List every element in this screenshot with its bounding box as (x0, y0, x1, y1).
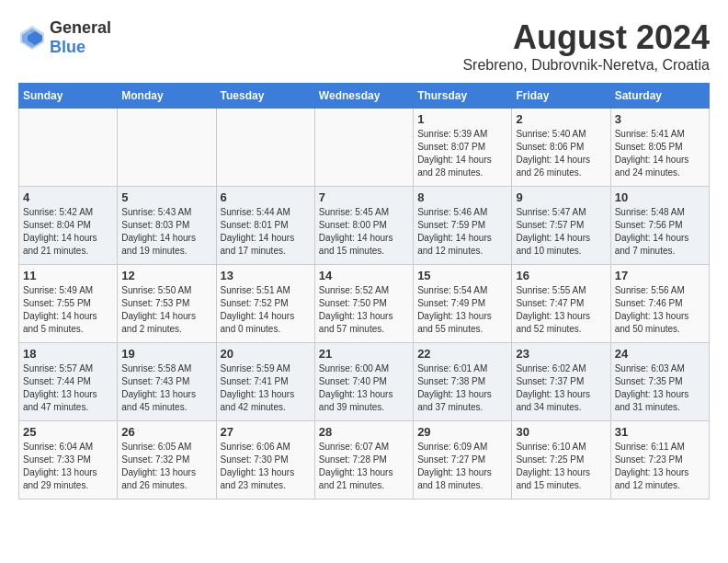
day-info: Sunrise: 5:49 AM Sunset: 7:55 PM Dayligh… (23, 284, 113, 336)
calendar-cell: 22Sunrise: 6:01 AM Sunset: 7:38 PM Dayli… (414, 343, 512, 421)
day-number: 18 (23, 347, 113, 361)
day-info: Sunrise: 6:04 AM Sunset: 7:33 PM Dayligh… (23, 441, 113, 492)
calendar-cell (216, 109, 314, 187)
logo-blue-text: Blue (50, 38, 85, 56)
calendar-cell: 23Sunrise: 6:02 AM Sunset: 7:37 PM Dayli… (512, 343, 610, 421)
calendar-cell: 7Sunrise: 5:45 AM Sunset: 8:00 PM Daylig… (314, 187, 413, 265)
calendar-cell: 9Sunrise: 5:47 AM Sunset: 7:57 PM Daylig… (512, 187, 610, 265)
day-info: Sunrise: 6:07 AM Sunset: 7:28 PM Dayligh… (319, 441, 409, 492)
column-header-thursday: Thursday (414, 84, 512, 109)
logo-icon (18, 24, 46, 52)
day-number: 16 (516, 269, 606, 282)
day-number: 5 (121, 190, 211, 204)
column-header-sunday: Sunday (19, 84, 118, 109)
calendar-cell: 17Sunrise: 5:56 AM Sunset: 7:46 PM Dayli… (610, 265, 709, 343)
calendar-cell: 18Sunrise: 5:57 AM Sunset: 7:44 PM Dayli… (19, 343, 118, 421)
day-info: Sunrise: 6:01 AM Sunset: 7:38 PM Dayligh… (417, 362, 507, 414)
calendar-cell: 5Sunrise: 5:43 AM Sunset: 8:03 PM Daylig… (118, 187, 216, 265)
day-info: Sunrise: 6:06 AM Sunset: 7:30 PM Dayligh… (221, 441, 311, 492)
day-number: 22 (417, 347, 507, 361)
calendar-cell: 2Sunrise: 5:40 AM Sunset: 8:06 PM Daylig… (512, 109, 610, 187)
day-info: Sunrise: 5:58 AM Sunset: 7:43 PM Dayligh… (121, 362, 211, 414)
calendar-week-4: 18Sunrise: 5:57 AM Sunset: 7:44 PM Dayli… (19, 343, 710, 421)
day-number: 4 (23, 190, 113, 204)
column-header-wednesday: Wednesday (314, 84, 413, 109)
day-number: 17 (615, 269, 705, 282)
day-info: Sunrise: 6:05 AM Sunset: 7:32 PM Dayligh… (121, 441, 211, 492)
column-header-monday: Monday (118, 84, 216, 109)
calendar-cell: 13Sunrise: 5:51 AM Sunset: 7:52 PM Dayli… (216, 265, 314, 343)
calendar-cell: 12Sunrise: 5:50 AM Sunset: 7:53 PM Dayli… (118, 265, 216, 343)
day-info: Sunrise: 5:56 AM Sunset: 7:46 PM Dayligh… (615, 284, 705, 336)
day-number: 15 (417, 269, 507, 282)
day-number: 19 (121, 347, 211, 361)
day-info: Sunrise: 6:03 AM Sunset: 7:35 PM Dayligh… (615, 362, 705, 414)
day-info: Sunrise: 6:10 AM Sunset: 7:25 PM Dayligh… (516, 441, 606, 492)
calendar-cell: 27Sunrise: 6:06 AM Sunset: 7:30 PM Dayli… (216, 421, 314, 500)
day-info: Sunrise: 5:40 AM Sunset: 8:06 PM Dayligh… (516, 128, 606, 179)
month-year-title: August 2024 (462, 18, 710, 57)
day-info: Sunrise: 5:46 AM Sunset: 7:59 PM Dayligh… (417, 206, 507, 258)
day-info: Sunrise: 6:11 AM Sunset: 7:23 PM Dayligh… (615, 441, 705, 492)
day-info: Sunrise: 5:48 AM Sunset: 7:56 PM Dayligh… (615, 206, 705, 258)
calendar-cell: 31Sunrise: 6:11 AM Sunset: 7:23 PM Dayli… (610, 421, 709, 500)
day-info: Sunrise: 6:09 AM Sunset: 7:27 PM Dayligh… (417, 441, 507, 492)
day-info: Sunrise: 5:57 AM Sunset: 7:44 PM Dayligh… (23, 362, 113, 414)
column-header-saturday: Saturday (610, 84, 709, 109)
day-number: 23 (516, 347, 606, 361)
day-number: 13 (221, 269, 311, 282)
calendar-week-3: 11Sunrise: 5:49 AM Sunset: 7:55 PM Dayli… (19, 265, 710, 343)
day-number: 3 (615, 112, 705, 126)
logo: General Blue (18, 18, 111, 57)
calendar-cell: 21Sunrise: 6:00 AM Sunset: 7:40 PM Dayli… (314, 343, 413, 421)
calendar-cell: 4Sunrise: 5:42 AM Sunset: 8:04 PM Daylig… (19, 187, 118, 265)
day-info: Sunrise: 5:50 AM Sunset: 7:53 PM Dayligh… (121, 284, 211, 336)
calendar-cell (19, 109, 118, 187)
calendar-body: 1Sunrise: 5:39 AM Sunset: 8:07 PM Daylig… (19, 109, 710, 500)
day-number: 31 (615, 425, 705, 439)
calendar-cell: 11Sunrise: 5:49 AM Sunset: 7:55 PM Dayli… (19, 265, 118, 343)
day-number: 14 (319, 269, 409, 282)
day-info: Sunrise: 5:54 AM Sunset: 7:49 PM Dayligh… (417, 284, 507, 336)
day-info: Sunrise: 5:45 AM Sunset: 8:00 PM Dayligh… (319, 206, 409, 258)
day-info: Sunrise: 5:55 AM Sunset: 7:47 PM Dayligh… (516, 284, 606, 336)
calendar-cell: 24Sunrise: 6:03 AM Sunset: 7:35 PM Dayli… (610, 343, 709, 421)
calendar-cell: 10Sunrise: 5:48 AM Sunset: 7:56 PM Dayli… (610, 187, 709, 265)
day-info: Sunrise: 6:02 AM Sunset: 7:37 PM Dayligh… (516, 362, 606, 414)
day-number: 11 (23, 269, 113, 282)
day-number: 2 (516, 112, 606, 126)
day-info: Sunrise: 5:52 AM Sunset: 7:50 PM Dayligh… (319, 284, 409, 336)
day-info: Sunrise: 5:43 AM Sunset: 8:03 PM Dayligh… (121, 206, 211, 258)
day-info: Sunrise: 5:44 AM Sunset: 8:01 PM Dayligh… (221, 206, 311, 258)
day-number: 6 (221, 190, 311, 204)
calendar-cell: 25Sunrise: 6:04 AM Sunset: 7:33 PM Dayli… (19, 421, 118, 500)
column-header-tuesday: Tuesday (216, 84, 314, 109)
day-info: Sunrise: 5:51 AM Sunset: 7:52 PM Dayligh… (221, 284, 311, 336)
day-info: Sunrise: 5:39 AM Sunset: 8:07 PM Dayligh… (417, 128, 507, 179)
calendar-cell: 30Sunrise: 6:10 AM Sunset: 7:25 PM Dayli… (512, 421, 610, 500)
day-info: Sunrise: 5:41 AM Sunset: 8:05 PM Dayligh… (615, 128, 705, 179)
calendar-cell: 16Sunrise: 5:55 AM Sunset: 7:47 PM Dayli… (512, 265, 610, 343)
calendar-cell: 28Sunrise: 6:07 AM Sunset: 7:28 PM Dayli… (314, 421, 413, 500)
day-number: 26 (121, 425, 211, 439)
day-number: 21 (319, 347, 409, 361)
day-number: 27 (221, 425, 311, 439)
calendar-cell: 8Sunrise: 5:46 AM Sunset: 7:59 PM Daylig… (414, 187, 512, 265)
day-info: Sunrise: 5:42 AM Sunset: 8:04 PM Dayligh… (23, 206, 113, 258)
day-number: 29 (417, 425, 507, 439)
calendar-cell: 20Sunrise: 5:59 AM Sunset: 7:41 PM Dayli… (216, 343, 314, 421)
calendar-cell: 26Sunrise: 6:05 AM Sunset: 7:32 PM Dayli… (118, 421, 216, 500)
calendar-cell (314, 109, 413, 187)
calendar-header: SundayMondayTuesdayWednesdayThursdayFrid… (19, 84, 710, 109)
day-info: Sunrise: 6:00 AM Sunset: 7:40 PM Dayligh… (319, 362, 409, 414)
calendar-week-2: 4Sunrise: 5:42 AM Sunset: 8:04 PM Daylig… (19, 187, 710, 265)
day-number: 20 (221, 347, 311, 361)
day-number: 1 (417, 112, 507, 126)
calendar-cell: 6Sunrise: 5:44 AM Sunset: 8:01 PM Daylig… (216, 187, 314, 265)
day-number: 10 (615, 190, 705, 204)
header-row: SundayMondayTuesdayWednesdayThursdayFrid… (19, 84, 710, 109)
logo-general-text: General (50, 18, 111, 37)
day-number: 8 (417, 190, 507, 204)
calendar-cell: 3Sunrise: 5:41 AM Sunset: 8:05 PM Daylig… (610, 109, 709, 187)
calendar-cell: 14Sunrise: 5:52 AM Sunset: 7:50 PM Dayli… (314, 265, 413, 343)
